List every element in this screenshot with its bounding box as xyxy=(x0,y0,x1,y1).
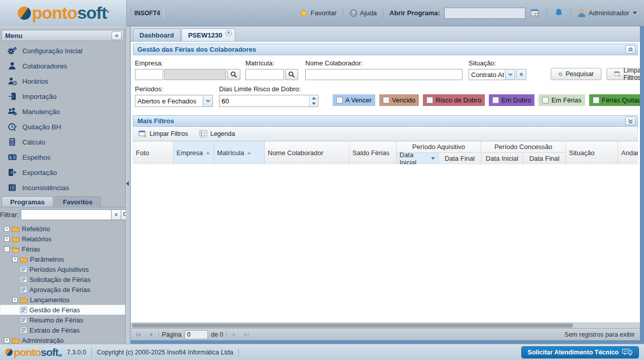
sidebar-collapse-button[interactable]: « xyxy=(112,31,122,40)
column-header-nome-colaborador[interactable]: Nome Colaborador xyxy=(265,141,349,164)
sidebar-item-exportacao[interactable]: Exportação xyxy=(0,165,125,180)
panel-collapse-button[interactable] xyxy=(625,45,635,54)
expander-icon[interactable]: + xyxy=(12,257,18,262)
close-icon[interactable]: × xyxy=(225,30,232,37)
pesquisar-button[interactable]: Pesquisar xyxy=(551,68,601,80)
nome-colaborador-input[interactable] xyxy=(305,69,462,80)
toolbar-limpar-filtros-button[interactable]: Limpar Filtros xyxy=(136,129,190,139)
matricula-input[interactable] xyxy=(245,69,284,80)
situacao-clear-button[interactable]: × xyxy=(516,69,526,80)
column-header-empresa[interactable]: Empresa xyxy=(173,141,214,164)
checkbox[interactable] xyxy=(336,97,343,103)
filter-row-1: Empresa: Matrícula: xyxy=(135,59,636,80)
toolbar-legenda-button[interactable]: Legenda xyxy=(197,129,237,138)
column-header-saldo-ferias[interactable]: Saldo Férias xyxy=(349,141,397,164)
sidebar-item-quitacao-bh[interactable]: Quitação BH xyxy=(0,119,125,134)
empresa-search-button[interactable] xyxy=(227,69,240,80)
page-body: Gestão das Férias dos Colaboradores Empr… xyxy=(131,42,640,322)
next-page-button[interactable] xyxy=(230,330,239,339)
tree-item-label: Aprovação de Férias xyxy=(29,286,90,294)
panel-expand-button[interactable] xyxy=(625,117,635,125)
checkbox[interactable] xyxy=(593,97,599,103)
sidebar-item-configuracao-inicial[interactable]: Configuração Inicial xyxy=(0,43,125,58)
expander-icon[interactable]: + xyxy=(4,226,10,232)
tree-item-gestao-de-ferias[interactable]: Gestão de Férias xyxy=(0,305,125,315)
sidebar-item-inconsistencias[interactable]: Inconsistências xyxy=(0,180,125,195)
tree-item-administracao[interactable]: + Administração xyxy=(0,335,125,344)
sidebar-splitter[interactable] xyxy=(126,26,130,344)
checkbox[interactable] xyxy=(426,97,433,103)
tree-item-aprovacao-de-ferias[interactable]: Aprovação de Férias xyxy=(0,284,125,295)
first-page-button[interactable] xyxy=(134,330,143,339)
top-bar: pontosoft° INSOFT4 Favoritar ? Ajuda Abr… xyxy=(0,0,644,26)
matricula-search-button[interactable] xyxy=(285,69,298,80)
sidebar-item-espelhos[interactable]: Espelhos xyxy=(0,150,125,165)
tree-item-periodos-aquisitivos[interactable]: Períodos Aquisitivos xyxy=(0,264,125,274)
page-number-input[interactable] xyxy=(185,330,208,339)
tree-item-refeitorio[interactable]: + Refeitório xyxy=(0,224,125,234)
content-bottom-border xyxy=(131,340,640,344)
column-header-andamento[interactable]: Andamento xyxy=(618,141,638,164)
tree-item-relatorios[interactable]: + Relatórios xyxy=(0,234,125,244)
column-header-pa-data-final[interactable]: Data Final xyxy=(439,153,481,164)
notifications-button[interactable] xyxy=(553,8,564,18)
support-button[interactable]: Solicitar Atendimento Técnico xyxy=(521,346,639,358)
checkbox[interactable] xyxy=(542,97,549,103)
tree-item-lancamentos[interactable]: + Lançamentos xyxy=(0,295,125,305)
workspace-tabs: Dashboard PSEW1230 × xyxy=(131,26,640,42)
checkbox[interactable] xyxy=(492,97,499,103)
column-header-matricula[interactable]: Matrícula xyxy=(214,141,265,164)
empresa-code-input[interactable] xyxy=(135,69,163,80)
tree-filter-input[interactable] xyxy=(21,209,112,220)
tab-favoritos[interactable]: Favoritos xyxy=(54,196,101,207)
tree-item-label: Gestão de Férias xyxy=(29,306,80,314)
tab-dashboard[interactable]: Dashboard xyxy=(133,28,181,41)
sidebar-item-importacao[interactable]: Importação xyxy=(0,89,125,104)
expander-icon[interactable]: + xyxy=(12,297,18,303)
expander-icon[interactable]: + xyxy=(4,236,10,242)
panel-mais-filtros-header[interactable]: Mais Filtros xyxy=(133,115,638,127)
tree-item-ferias[interactable]: - Férias xyxy=(0,244,125,254)
spinner-up-icon[interactable] xyxy=(309,95,318,101)
column-header-foto[interactable]: Foto xyxy=(133,141,173,164)
favorite-button[interactable]: Favoritar xyxy=(299,9,337,18)
situacao-field-group: Situação: Contrato At × xyxy=(469,59,526,80)
logo-text-soft: soft xyxy=(41,346,58,358)
column-header-pc-data-final[interactable]: Data Final xyxy=(523,153,566,164)
user-menu[interactable]: Administrador xyxy=(577,9,637,18)
sidebar-item-colaboradores[interactable]: Colaboradores xyxy=(0,58,125,74)
clear-filter-button[interactable]: × xyxy=(112,209,121,220)
scrollbar-thumb[interactable] xyxy=(132,323,573,328)
sidebar-item-label: Colaboradores xyxy=(22,62,67,70)
limpar-filtros-button[interactable]: Limpar Filtros xyxy=(606,68,644,80)
tree-item-parametros[interactable]: + Parâmetros xyxy=(0,254,125,264)
expander-icon[interactable]: + xyxy=(4,338,10,343)
sidebar-item-manutencao[interactable]: Manutenção xyxy=(0,104,125,119)
chevron-down-icon[interactable] xyxy=(203,95,212,106)
filters-form: Empresa: Matrícula: xyxy=(133,55,638,115)
situacao-select[interactable]: Contrato At xyxy=(469,69,515,80)
sidebar-item-calculo[interactable]: Cálculo xyxy=(0,134,125,150)
last-page-button[interactable] xyxy=(242,330,251,339)
column-header-pa-data-inicial[interactable]: Data Inicial xyxy=(397,153,439,164)
spinner-down-icon[interactable] xyxy=(309,101,318,106)
expander-icon[interactable]: - xyxy=(4,246,10,252)
column-header-pc-data-inicial[interactable]: Data Inicial xyxy=(481,153,523,164)
sidebar-item-horarios[interactable]: Horários xyxy=(0,74,125,89)
checkbox[interactable] xyxy=(383,97,389,103)
tab-programas[interactable]: Programas xyxy=(2,196,53,207)
help-button[interactable]: ? Ajuda xyxy=(349,9,377,17)
previous-page-button[interactable] xyxy=(146,330,155,339)
tab-psew1230[interactable]: PSEW1230 × xyxy=(182,28,235,41)
column-header-situacao[interactable]: Situação xyxy=(566,141,618,164)
program-list-button[interactable] xyxy=(529,8,541,18)
tree-item-extrato-de-ferias[interactable]: Extrato de Férias xyxy=(0,325,125,335)
column-menu-icon[interactable] xyxy=(431,157,435,160)
content-area: Dashboard PSEW1230 × Gestão das Férias d… xyxy=(130,26,640,344)
tree-item-resumo-de-ferias[interactable]: Resumo de Férias xyxy=(0,315,125,325)
tree-item-solicitacao-de-ferias[interactable]: Solicitação de Férias xyxy=(0,274,125,284)
periodos-select[interactable]: Abertos e Fechados xyxy=(135,95,213,107)
chevron-down-icon[interactable] xyxy=(505,69,515,80)
open-program-input[interactable] xyxy=(444,8,525,19)
dias-limite-input[interactable] xyxy=(219,95,318,107)
